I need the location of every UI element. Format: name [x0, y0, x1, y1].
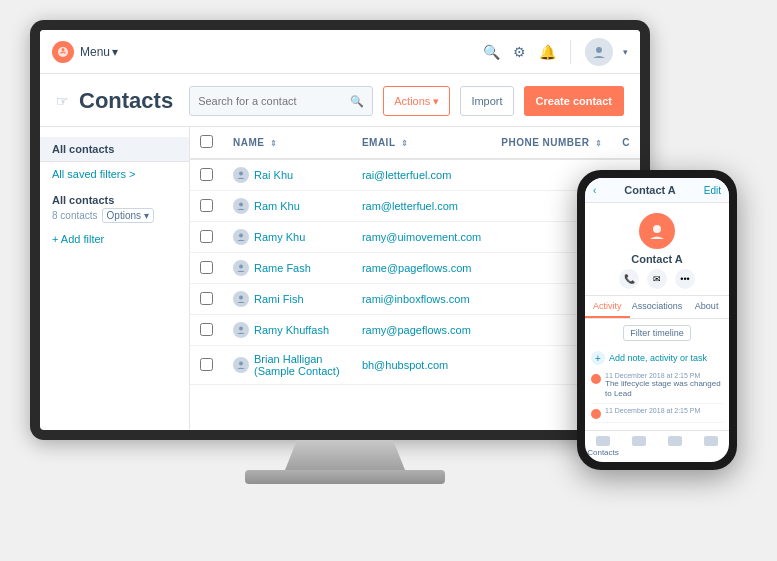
row-name-cell: Ramy Khuffash [223, 315, 352, 346]
phone-tab-associations[interactable]: Associations [630, 296, 685, 318]
row-email-cell[interactable]: rame@pageflows.com [352, 253, 491, 284]
phone-bottom-4[interactable] [693, 436, 729, 457]
row-checkbox-cell[interactable] [190, 159, 223, 191]
row-name-cell: Ramy Khu [223, 222, 352, 253]
name-sort-icon: ⇕ [270, 139, 278, 148]
phone-contact-avatar [639, 213, 675, 249]
phone-activity-date-2: 11 December 2018 at 2:15 PM [605, 407, 700, 414]
phone-filter-button[interactable]: Filter timeline [623, 325, 691, 341]
phone-more-icon[interactable]: ••• [675, 269, 695, 289]
phone-activity-content-2: 11 December 2018 at 2:15 PM [605, 407, 700, 419]
row-checkbox[interactable] [200, 323, 213, 336]
row-checkbox[interactable] [200, 261, 213, 274]
contact-avatar-small [233, 260, 249, 276]
phone-activity-date-1: 11 December 2018 at 2:15 PM [605, 372, 723, 379]
phone-bottom-contacts[interactable]: Contacts [585, 436, 621, 457]
contact-person-icon [236, 263, 246, 273]
contacts-count: 8 contacts [52, 210, 98, 221]
contact-name-link[interactable]: Rai Khu [233, 167, 342, 183]
name-column-header[interactable]: NAME ⇕ [223, 127, 352, 159]
contact-name-link[interactable]: Rami Fish [233, 291, 342, 307]
create-contact-button[interactable]: Create contact [524, 86, 624, 116]
search-input[interactable] [198, 95, 350, 107]
import-button[interactable]: Import [460, 86, 513, 116]
contact-avatar-small [233, 291, 249, 307]
contact-name-link[interactable]: Ramy Khu [233, 229, 342, 245]
svg-point-2 [596, 47, 602, 53]
row-checkbox-cell[interactable] [190, 346, 223, 385]
phone-email-icon[interactable]: ✉ [647, 269, 667, 289]
contact-person-icon [236, 325, 246, 335]
create-label: Create contact [536, 95, 612, 107]
phone-bottom-nav: Contacts [585, 430, 729, 462]
phone-action-icons: 📞 ✉ ••• [619, 269, 695, 289]
table-row: Rai Khu rai@letterfuel.com [190, 159, 640, 191]
avatar[interactable] [585, 38, 613, 66]
phone-column-header[interactable]: PHONE NUMBER ⇕ [491, 127, 612, 159]
email-column-header[interactable]: EMAIL ⇕ [352, 127, 491, 159]
phone-back-button[interactable]: ‹ [593, 185, 596, 196]
contact-name-link[interactable]: Ram Khu [233, 198, 342, 214]
table-row: Ramy Khu ramy@uimovement.com [190, 222, 640, 253]
row-checkbox[interactable] [200, 358, 213, 371]
row-checkbox[interactable] [200, 230, 213, 243]
phone-edit-button[interactable]: Edit [704, 185, 721, 196]
row-name-cell: Rame Fash [223, 253, 352, 284]
svg-point-5 [239, 234, 243, 238]
select-all-header[interactable] [190, 127, 223, 159]
contact-person-icon [236, 294, 246, 304]
contact-avatar-small [233, 167, 249, 183]
contact-name-link[interactable]: Brian Halligan (Sample Contact) [233, 353, 342, 377]
contact-name-link[interactable]: Rame Fash [233, 260, 342, 276]
phone-tab-activity[interactable]: Activity [585, 296, 630, 318]
notifications-icon[interactable]: 🔔 [538, 43, 556, 61]
contact-person-icon [236, 232, 246, 242]
phone-activity-text-1: The lifecycle stage was changed to Lead [605, 379, 723, 400]
row-checkbox[interactable] [200, 199, 213, 212]
row-checkbox-cell[interactable] [190, 284, 223, 315]
row-email-cell[interactable]: ramy@pageflows.com [352, 315, 491, 346]
row-email-cell[interactable]: bh@hubspot.com [352, 346, 491, 385]
phone-bottom-2[interactable] [621, 436, 657, 457]
phone-contact-hero: Contact A 📞 ✉ ••• [585, 203, 729, 296]
row-checkbox-cell[interactable] [190, 253, 223, 284]
options-button[interactable]: Options ▾ [102, 208, 154, 223]
row-email-cell[interactable]: ram@letterfuel.com [352, 191, 491, 222]
row-checkbox-cell[interactable] [190, 191, 223, 222]
phone-device: ‹ Contact A Edit Contact A 📞 ✉ ••• [577, 170, 737, 470]
svg-point-10 [653, 225, 661, 233]
saved-filters-link[interactable]: All saved filters > [40, 162, 189, 186]
row-checkbox-cell[interactable] [190, 315, 223, 346]
row-email-cell[interactable]: rai@letterfuel.com [352, 159, 491, 191]
menu-button[interactable]: Menu ▾ [80, 45, 118, 59]
settings-icon[interactable]: ⚙ [510, 43, 528, 61]
contact-avatar-small [233, 357, 249, 373]
import-label: Import [471, 95, 502, 107]
phone-bottom-3[interactable] [657, 436, 693, 457]
scene: Menu ▾ 🔍 ⚙ 🔔 [0, 0, 777, 561]
row-name-cell: Brian Halligan (Sample Contact) [223, 346, 352, 385]
contact-name-link[interactable]: Ramy Khuffash [233, 322, 342, 338]
add-filter-link[interactable]: + Add filter [40, 227, 189, 251]
search-box[interactable]: 🔍 [189, 86, 373, 116]
phone-bottom-contacts-label: Contacts [587, 448, 619, 457]
row-email-cell[interactable]: rami@inboxflows.com [352, 284, 491, 315]
phone-avatar-icon [647, 221, 667, 241]
phone-add-note-label: Add note, activity or task [609, 353, 707, 363]
phone-activity-dot-2 [591, 409, 601, 419]
row-checkbox-cell[interactable] [190, 222, 223, 253]
main-layout: All contacts All saved filters > All con… [40, 127, 640, 430]
phone-call-icon[interactable]: 📞 [619, 269, 639, 289]
select-all-checkbox[interactable] [200, 135, 213, 148]
search-icon[interactable]: 🔍 [482, 43, 500, 61]
actions-button[interactable]: Actions ▾ [383, 86, 450, 116]
menu-label: Menu [80, 45, 110, 59]
row-checkbox[interactable] [200, 168, 213, 181]
row-email-cell[interactable]: ramy@uimovement.com [352, 222, 491, 253]
phone-tab-about[interactable]: About [684, 296, 729, 318]
search-icon-small: 🔍 [350, 95, 364, 108]
contacts-table: NAME ⇕ EMAIL ⇕ PHONE NUMBER ⇕ C [190, 127, 640, 385]
svg-point-3 [239, 172, 243, 176]
row-checkbox[interactable] [200, 292, 213, 305]
phone-add-note[interactable]: + Add note, activity or task [591, 347, 723, 369]
